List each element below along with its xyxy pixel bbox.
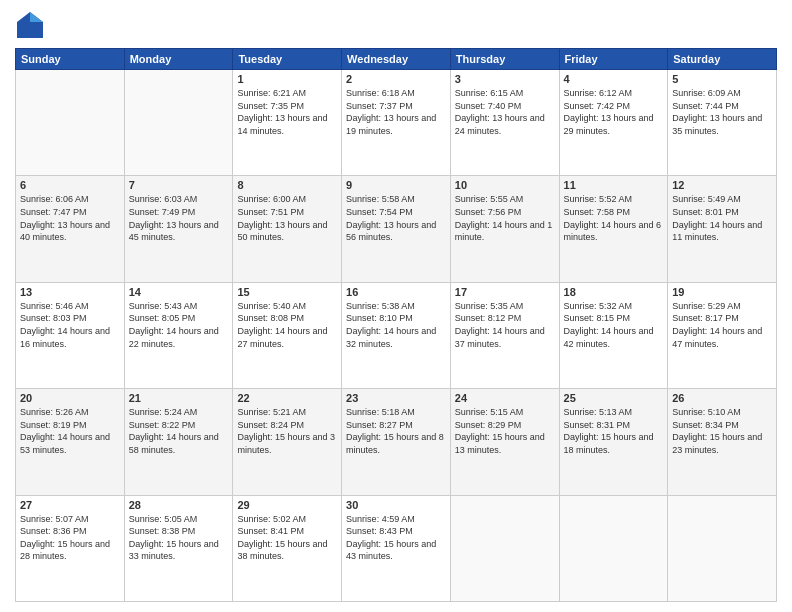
day-number: 19 <box>672 286 772 298</box>
calendar-cell: 19Sunrise: 5:29 AM Sunset: 8:17 PM Dayli… <box>668 282 777 388</box>
weekday-header: Thursday <box>450 49 559 70</box>
calendar-cell: 9Sunrise: 5:58 AM Sunset: 7:54 PM Daylig… <box>342 176 451 282</box>
calendar-cell: 1Sunrise: 6:21 AM Sunset: 7:35 PM Daylig… <box>233 70 342 176</box>
calendar-cell: 2Sunrise: 6:18 AM Sunset: 7:37 PM Daylig… <box>342 70 451 176</box>
day-number: 5 <box>672 73 772 85</box>
calendar-cell: 26Sunrise: 5:10 AM Sunset: 8:34 PM Dayli… <box>668 389 777 495</box>
day-number: 1 <box>237 73 337 85</box>
day-number: 29 <box>237 499 337 511</box>
calendar-cell: 11Sunrise: 5:52 AM Sunset: 7:58 PM Dayli… <box>559 176 668 282</box>
calendar-cell: 16Sunrise: 5:38 AM Sunset: 8:10 PM Dayli… <box>342 282 451 388</box>
day-number: 15 <box>237 286 337 298</box>
day-info: Sunrise: 5:32 AM Sunset: 8:15 PM Dayligh… <box>564 300 664 350</box>
calendar-cell: 23Sunrise: 5:18 AM Sunset: 8:27 PM Dayli… <box>342 389 451 495</box>
calendar-cell: 17Sunrise: 5:35 AM Sunset: 8:12 PM Dayli… <box>450 282 559 388</box>
day-info: Sunrise: 5:52 AM Sunset: 7:58 PM Dayligh… <box>564 193 664 243</box>
day-info: Sunrise: 6:09 AM Sunset: 7:44 PM Dayligh… <box>672 87 772 137</box>
calendar-cell: 6Sunrise: 6:06 AM Sunset: 7:47 PM Daylig… <box>16 176 125 282</box>
day-number: 27 <box>20 499 120 511</box>
calendar-cell: 13Sunrise: 5:46 AM Sunset: 8:03 PM Dayli… <box>16 282 125 388</box>
day-info: Sunrise: 5:10 AM Sunset: 8:34 PM Dayligh… <box>672 406 772 456</box>
calendar-cell <box>16 70 125 176</box>
weekday-header: Sunday <box>16 49 125 70</box>
calendar-cell: 12Sunrise: 5:49 AM Sunset: 8:01 PM Dayli… <box>668 176 777 282</box>
calendar-cell: 24Sunrise: 5:15 AM Sunset: 8:29 PM Dayli… <box>450 389 559 495</box>
calendar-cell: 25Sunrise: 5:13 AM Sunset: 8:31 PM Dayli… <box>559 389 668 495</box>
calendar-week-row: 1Sunrise: 6:21 AM Sunset: 7:35 PM Daylig… <box>16 70 777 176</box>
day-info: Sunrise: 5:40 AM Sunset: 8:08 PM Dayligh… <box>237 300 337 350</box>
calendar-cell: 28Sunrise: 5:05 AM Sunset: 8:38 PM Dayli… <box>124 495 233 601</box>
day-info: Sunrise: 5:15 AM Sunset: 8:29 PM Dayligh… <box>455 406 555 456</box>
day-info: Sunrise: 5:58 AM Sunset: 7:54 PM Dayligh… <box>346 193 446 243</box>
day-number: 25 <box>564 392 664 404</box>
calendar-table: SundayMondayTuesdayWednesdayThursdayFrid… <box>15 48 777 602</box>
calendar-cell: 27Sunrise: 5:07 AM Sunset: 8:36 PM Dayli… <box>16 495 125 601</box>
day-info: Sunrise: 5:24 AM Sunset: 8:22 PM Dayligh… <box>129 406 229 456</box>
day-number: 11 <box>564 179 664 191</box>
calendar-cell <box>559 495 668 601</box>
day-info: Sunrise: 5:21 AM Sunset: 8:24 PM Dayligh… <box>237 406 337 456</box>
day-number: 18 <box>564 286 664 298</box>
day-number: 26 <box>672 392 772 404</box>
calendar-cell: 15Sunrise: 5:40 AM Sunset: 8:08 PM Dayli… <box>233 282 342 388</box>
calendar-cell: 29Sunrise: 5:02 AM Sunset: 8:41 PM Dayli… <box>233 495 342 601</box>
day-info: Sunrise: 6:00 AM Sunset: 7:51 PM Dayligh… <box>237 193 337 243</box>
logo <box>15 10 49 40</box>
day-number: 21 <box>129 392 229 404</box>
day-info: Sunrise: 5:26 AM Sunset: 8:19 PM Dayligh… <box>20 406 120 456</box>
day-number: 12 <box>672 179 772 191</box>
calendar-cell: 18Sunrise: 5:32 AM Sunset: 8:15 PM Dayli… <box>559 282 668 388</box>
day-info: Sunrise: 6:06 AM Sunset: 7:47 PM Dayligh… <box>20 193 120 243</box>
calendar-cell: 8Sunrise: 6:00 AM Sunset: 7:51 PM Daylig… <box>233 176 342 282</box>
day-number: 7 <box>129 179 229 191</box>
calendar-cell: 14Sunrise: 5:43 AM Sunset: 8:05 PM Dayli… <box>124 282 233 388</box>
weekday-header: Tuesday <box>233 49 342 70</box>
day-info: Sunrise: 4:59 AM Sunset: 8:43 PM Dayligh… <box>346 513 446 563</box>
day-info: Sunrise: 6:21 AM Sunset: 7:35 PM Dayligh… <box>237 87 337 137</box>
day-number: 13 <box>20 286 120 298</box>
day-info: Sunrise: 5:49 AM Sunset: 8:01 PM Dayligh… <box>672 193 772 243</box>
day-info: Sunrise: 5:13 AM Sunset: 8:31 PM Dayligh… <box>564 406 664 456</box>
calendar-cell: 30Sunrise: 4:59 AM Sunset: 8:43 PM Dayli… <box>342 495 451 601</box>
svg-marker-1 <box>30 12 43 22</box>
weekday-header: Saturday <box>668 49 777 70</box>
day-number: 28 <box>129 499 229 511</box>
calendar-cell <box>124 70 233 176</box>
calendar-cell: 10Sunrise: 5:55 AM Sunset: 7:56 PM Dayli… <box>450 176 559 282</box>
day-info: Sunrise: 5:38 AM Sunset: 8:10 PM Dayligh… <box>346 300 446 350</box>
weekday-header: Monday <box>124 49 233 70</box>
calendar-week-row: 20Sunrise: 5:26 AM Sunset: 8:19 PM Dayli… <box>16 389 777 495</box>
day-info: Sunrise: 5:29 AM Sunset: 8:17 PM Dayligh… <box>672 300 772 350</box>
day-info: Sunrise: 6:18 AM Sunset: 7:37 PM Dayligh… <box>346 87 446 137</box>
day-info: Sunrise: 6:15 AM Sunset: 7:40 PM Dayligh… <box>455 87 555 137</box>
day-number: 9 <box>346 179 446 191</box>
calendar-week-row: 13Sunrise: 5:46 AM Sunset: 8:03 PM Dayli… <box>16 282 777 388</box>
calendar-cell: 4Sunrise: 6:12 AM Sunset: 7:42 PM Daylig… <box>559 70 668 176</box>
calendar-cell: 22Sunrise: 5:21 AM Sunset: 8:24 PM Dayli… <box>233 389 342 495</box>
calendar-week-row: 27Sunrise: 5:07 AM Sunset: 8:36 PM Dayli… <box>16 495 777 601</box>
day-number: 30 <box>346 499 446 511</box>
calendar-cell: 7Sunrise: 6:03 AM Sunset: 7:49 PM Daylig… <box>124 176 233 282</box>
day-info: Sunrise: 5:18 AM Sunset: 8:27 PM Dayligh… <box>346 406 446 456</box>
day-number: 14 <box>129 286 229 298</box>
day-number: 6 <box>20 179 120 191</box>
day-number: 20 <box>20 392 120 404</box>
day-info: Sunrise: 5:43 AM Sunset: 8:05 PM Dayligh… <box>129 300 229 350</box>
day-info: Sunrise: 6:03 AM Sunset: 7:49 PM Dayligh… <box>129 193 229 243</box>
day-number: 24 <box>455 392 555 404</box>
calendar-header-row: SundayMondayTuesdayWednesdayThursdayFrid… <box>16 49 777 70</box>
calendar-cell: 21Sunrise: 5:24 AM Sunset: 8:22 PM Dayli… <box>124 389 233 495</box>
day-number: 8 <box>237 179 337 191</box>
day-number: 10 <box>455 179 555 191</box>
weekday-header: Friday <box>559 49 668 70</box>
header <box>15 10 777 40</box>
day-number: 2 <box>346 73 446 85</box>
calendar-cell: 5Sunrise: 6:09 AM Sunset: 7:44 PM Daylig… <box>668 70 777 176</box>
day-number: 23 <box>346 392 446 404</box>
day-info: Sunrise: 5:55 AM Sunset: 7:56 PM Dayligh… <box>455 193 555 243</box>
day-info: Sunrise: 6:12 AM Sunset: 7:42 PM Dayligh… <box>564 87 664 137</box>
day-info: Sunrise: 5:05 AM Sunset: 8:38 PM Dayligh… <box>129 513 229 563</box>
weekday-header: Wednesday <box>342 49 451 70</box>
day-info: Sunrise: 5:35 AM Sunset: 8:12 PM Dayligh… <box>455 300 555 350</box>
day-number: 22 <box>237 392 337 404</box>
